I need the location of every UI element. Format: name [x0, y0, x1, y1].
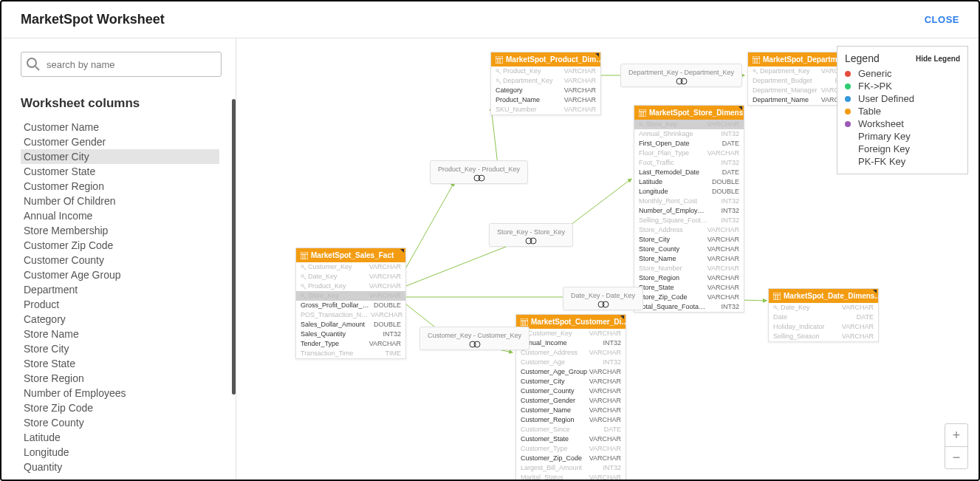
field-row[interactable]: Monthly_Rent_CostINT32	[634, 197, 744, 206]
column-item[interactable]: Number Of Children	[21, 194, 219, 208]
field-row[interactable]: Store_Zip_CodeVARCHAR	[634, 293, 744, 302]
field-row[interactable]: First_Open_DateDATE	[634, 139, 744, 149]
search-input[interactable]	[21, 52, 222, 77]
column-item[interactable]: Department	[21, 282, 219, 297]
close-button[interactable]: CLOSE	[925, 14, 959, 25]
column-item[interactable]: Quantity	[21, 460, 219, 474]
field-row[interactable]: Customer_AgeINT32	[516, 358, 626, 367]
field-row[interactable]: Sales_QuantityINT32	[296, 330, 405, 339]
field-row[interactable]: Foot_TrafficINT32	[634, 158, 744, 168]
column-item[interactable]: Customer State	[21, 164, 219, 179]
table-header[interactable]: MarketSpot_Store_Dimens…	[634, 106, 744, 120]
join-customer-key[interactable]: Customer_Key - Customer_Key	[419, 327, 530, 350]
field-row[interactable]: Customer_SinceDATE	[516, 425, 626, 434]
table-store[interactable]: MarketSpot_Store_Dimens…Store_KeyVARCHAR…	[634, 105, 744, 313]
field-row[interactable]: Customer_NameVARCHAR	[516, 406, 626, 415]
field-row[interactable]: Annual_IncomeINT32	[516, 338, 626, 348]
table-date[interactable]: MarketSpot_Date_Dimens…Date_KeyVARCHARDa…	[768, 288, 879, 342]
field-row[interactable]: Product_KeyVARCHAR	[491, 66, 600, 76]
table-header[interactable]: MarketSpot_Product_Dim…	[491, 52, 600, 66]
join-date-key[interactable]: Date_Key - Date_Key	[563, 287, 643, 310]
field-row[interactable]: Date_KeyVARCHAR	[296, 272, 405, 282]
field-row[interactable]: Selling_Square_Foota…INT32	[634, 216, 744, 225]
collapse-icon[interactable]	[620, 315, 624, 319]
field-row[interactable]: Store_NumberVARCHAR	[634, 264, 744, 273]
field-row[interactable]: Store_CityVARCHAR	[634, 235, 744, 245]
canvas[interactable]: MarketSpot_Product_Dim…Product_KeyVARCHA…	[236, 38, 979, 480]
field-row[interactable]: Store_StateVARCHAR	[634, 283, 744, 293]
column-item[interactable]: Store Region	[21, 371, 219, 386]
field-row[interactable]: Store_KeyVARCHAR	[634, 120, 744, 129]
join-department-key[interactable]: Department_Key - Department_Key	[620, 64, 742, 87]
field-row[interactable]: Store_NameVARCHAR	[634, 254, 744, 264]
column-item[interactable]: Customer City	[21, 149, 219, 164]
zoom-in-button[interactable]: +	[945, 424, 967, 446]
field-row[interactable]: LatitudeDOUBLE	[634, 177, 744, 187]
zoom-out-button[interactable]: −	[945, 446, 967, 468]
field-row[interactable]: Total_Square_Foota…INT32	[634, 302, 744, 312]
column-item[interactable]: Category	[21, 312, 219, 327]
field-row[interactable]: CategoryVARCHAR	[491, 86, 600, 95]
field-row[interactable]: SKU_NumberVARCHAR	[491, 105, 600, 115]
field-row[interactable]: Customer_CountyVARCHAR	[516, 386, 626, 396]
column-item[interactable]: Product	[21, 297, 219, 312]
column-item[interactable]: Customer Zip Code	[21, 238, 219, 253]
column-item[interactable]: Number of Employees	[21, 386, 219, 400]
column-item[interactable]: Customer Region	[21, 179, 219, 194]
table-header[interactable]: MarketSpot_Sales_Fact	[296, 248, 405, 262]
column-item[interactable]: Store County	[21, 415, 219, 430]
join-store-key[interactable]: Store_Key - Store_Key	[489, 223, 573, 247]
column-item[interactable]: Customer Age Group	[21, 267, 219, 282]
field-row[interactable]: Department_KeyVARCHAR	[491, 76, 600, 86]
field-row[interactable]: Sales_Dollar_AmountDOUBLE	[296, 320, 405, 330]
column-item[interactable]: Latitude	[21, 430, 219, 445]
field-row[interactable]: Store_RegionVARCHAR	[634, 273, 744, 283]
field-row[interactable]: Customer_StateVARCHAR	[516, 434, 626, 444]
table-header[interactable]: MarketSpot_Customer_Di…	[516, 315, 626, 329]
column-item[interactable]: Customer County	[21, 253, 219, 267]
column-item[interactable]: Store Zip Code	[21, 400, 219, 415]
field-row[interactable]: DateDATE	[769, 313, 878, 322]
join-product-key[interactable]: Product_Key - Product_Key	[430, 160, 528, 184]
table-product[interactable]: MarketSpot_Product_Dim…Product_KeyVARCHA…	[490, 52, 601, 115]
column-item[interactable]: Customer Gender	[21, 134, 219, 149]
field-row[interactable]: Marital_StatusVARCHAR	[516, 473, 626, 480]
field-row[interactable]: Customer_RegionVARCHAR	[516, 415, 626, 425]
collapse-icon[interactable]	[873, 290, 877, 293]
table-header[interactable]: MarketSpot_Date_Dimens…	[769, 289, 878, 303]
hide-legend-button[interactable]: Hide Legend	[916, 55, 960, 63]
column-item[interactable]: Store State	[21, 356, 219, 371]
column-item[interactable]: Longitude	[21, 445, 219, 460]
scrollbar[interactable]	[232, 99, 236, 395]
field-row[interactable]: Product_NameVARCHAR	[491, 95, 600, 105]
table-sales[interactable]: MarketSpot_Sales_FactCustomer_KeyVARCHAR…	[295, 248, 406, 359]
field-row[interactable]: Customer_TypeVARCHAR	[516, 444, 626, 454]
field-row[interactable]: Customer_Age_GroupVARCHAR	[516, 367, 626, 377]
field-row[interactable]: Tender_TypeVARCHAR	[296, 339, 405, 349]
field-row[interactable]: Date_KeyVARCHAR	[769, 303, 878, 313]
table-customer[interactable]: MarketSpot_Customer_Di…Customer_KeyVARCH…	[515, 314, 626, 480]
field-row[interactable]: Customer_CityVARCHAR	[516, 377, 626, 386]
column-item[interactable]: Customer Name	[21, 120, 219, 134]
field-row[interactable]: Store_KeyVARCHAR	[296, 291, 405, 301]
field-row[interactable]: Store_CountyVARCHAR	[634, 245, 744, 254]
field-row[interactable]: Customer_AddressVARCHAR	[516, 348, 626, 358]
collapse-icon[interactable]	[400, 249, 404, 253]
field-row[interactable]: Floor_Plan_TypeVARCHAR	[634, 149, 744, 158]
field-row[interactable]: Customer_KeyVARCHAR	[296, 262, 405, 272]
field-row[interactable]: Customer_Zip_CodeVARCHAR	[516, 454, 626, 463]
column-item[interactable]: Store City	[21, 341, 219, 356]
field-row[interactable]: Holiday_IndicatorVARCHAR	[769, 322, 878, 332]
field-row[interactable]: LongitudeDOUBLE	[634, 187, 744, 197]
field-row[interactable]: Largest_Bill_AmountINT32	[516, 463, 626, 473]
field-row[interactable]: Customer_KeyVARCHAR	[516, 329, 626, 338]
collapse-icon[interactable]	[595, 53, 599, 57]
field-row[interactable]: Product_KeyVARCHAR	[296, 282, 405, 291]
field-row[interactable]: Selling_SeasonVARCHAR	[769, 332, 878, 341]
collapse-icon[interactable]	[739, 106, 742, 110]
field-row[interactable]: Gross_Profit_Dollar_A…DOUBLE	[296, 301, 405, 310]
field-row[interactable]: Number_of_Employ…INT32	[634, 206, 744, 216]
field-row[interactable]: Customer_GenderVARCHAR	[516, 396, 626, 406]
column-item[interactable]: Store Name	[21, 327, 219, 341]
field-row[interactable]: POS_Transaction_NumbeVARCHAR	[296, 310, 405, 320]
